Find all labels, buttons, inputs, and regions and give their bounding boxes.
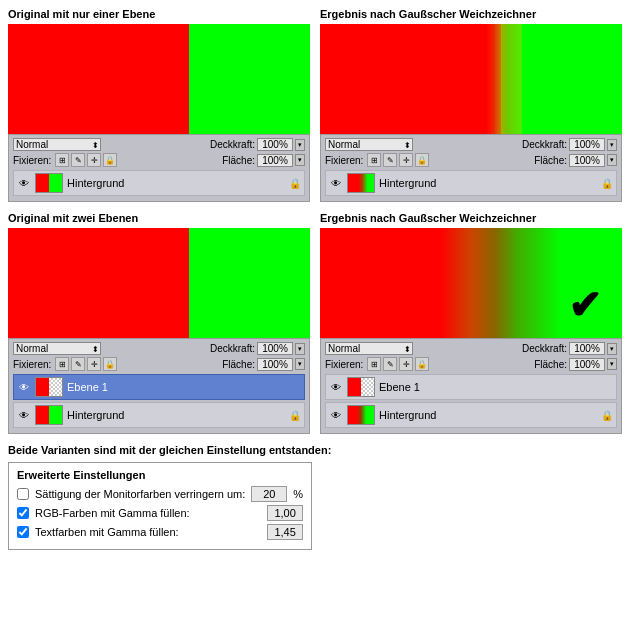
top-right-opacity-input[interactable]: 100% [569,138,605,151]
eye-icon-bl-2[interactable]: 👁 [17,408,31,422]
settings-title: Erweiterte Einstellungen [17,469,303,481]
settings-checkbox-3[interactable] [17,526,29,538]
bottom-right-fill-input[interactable]: 100% [569,358,605,371]
eye-icon-tr[interactable]: 👁 [329,176,343,190]
top-right-opacity-label: Deckkraft: [522,139,567,150]
top-left-canvas [8,24,310,134]
bottom-right-layer-panel: Normal Deckkraft: 100% ▾ Fixieren: ⊞ ✎ ✛… [320,338,622,434]
top-panels-row: Original mit nur einer Ebene Normal Deck… [8,8,622,202]
settings-checkbox-1[interactable] [17,488,29,500]
bottom-left-blend-select[interactable]: Normal [13,342,101,355]
bottom-left-layer-hintergrund[interactable]: 👁 Hintergrund 🔒 [13,402,305,428]
settings-label-1: Sättigung der Monitorfarben verringern u… [35,488,245,500]
top-left-blend-select[interactable]: Normal [13,138,101,151]
bottom-right-opacity-input[interactable]: 100% [569,342,605,355]
fix-icon-move[interactable]: ✛ [87,153,101,167]
top-right-fix-row: Fixieren: ⊞ ✎ ✛ 🔒 Fläche: 100% ▾ [325,153,617,167]
bottom-right-fix-row: Fixieren: ⊞ ✎ ✛ 🔒 Fläche: 100% ▾ [325,357,617,371]
thumb-visual-bl-2 [36,406,62,424]
settings-label-2: RGB-Farben mit Gamma füllen: [35,507,261,519]
fix-icon-move-tr[interactable]: ✛ [399,153,413,167]
layer-name-hintergrund-bl: Hintergrund [67,409,285,421]
bottom-right-fix-icons: ⊞ ✎ ✛ 🔒 [367,357,429,371]
eye-icon-br-1[interactable]: 👁 [329,380,343,394]
bottom-left-opacity-arrow[interactable]: ▾ [295,343,305,355]
bottom-right-opacity-arrow[interactable]: ▾ [607,343,617,355]
bottom-left-fill-input[interactable]: 100% [257,358,293,371]
top-left-opacity-arrow[interactable]: ▾ [295,139,305,151]
bottom-left-fill-group: Fläche: 100% ▾ [222,358,305,371]
layer-thumb-hintergrund-tl [35,173,63,193]
top-left-layer-hintergrund[interactable]: 👁 Hintergrund 🔒 [13,170,305,196]
blur-middle [486,24,522,134]
layer-thumb-ebene1-bl [35,377,63,397]
top-right-fill-input[interactable]: 100% [569,154,605,167]
top-right-layer-hintergrund[interactable]: 👁 Hintergrund 🔒 [325,170,617,196]
settings-label-3: Textfarben mit Gamma füllen: [35,526,261,538]
fix-icon-brush-br[interactable]: ✎ [383,357,397,371]
bottom-right-canvas: ✔ [320,228,622,338]
bottom-left-layer-ebene1[interactable]: 👁 Ebene 1 [13,374,305,400]
bottom-right-opacity-group: Deckkraft: 100% ▾ [522,342,617,355]
fix-icon-grid-tr[interactable]: ⊞ [367,153,381,167]
top-right-canvas [320,24,622,134]
bottom-right-layer-hintergrund[interactable]: 👁 Hintergrund 🔒 [325,402,617,428]
layer-thumb-ebene1-br [347,377,375,397]
fix-icon-lock-bl[interactable]: 🔒 [103,357,117,371]
top-left-fill-label: Fläche: [222,155,255,166]
fix-icon-grid-br[interactable]: ⊞ [367,357,381,371]
top-right-opacity-arrow[interactable]: ▾ [607,139,617,151]
top-left-blend-wrap[interactable]: Normal [13,138,101,151]
bottom-right-fill-arrow[interactable]: ▾ [607,358,617,370]
fix-icon-brush-bl[interactable]: ✎ [71,357,85,371]
top-right-blend-select[interactable]: Normal [325,138,413,151]
bottom-left-fill-arrow[interactable]: ▾ [295,358,305,370]
layer-name-ebene1-br: Ebene 1 [379,381,613,393]
bottom-right-layer-ebene1[interactable]: 👁 Ebene 1 [325,374,617,400]
fix-icon-grid-bl[interactable]: ⊞ [55,357,69,371]
top-left-fill-input[interactable]: 100% [257,154,293,167]
bottom-right-panel: Ergebnis nach Gaußscher Weichzeichner ✔ … [320,212,622,434]
top-right-blend-wrap[interactable]: Normal [325,138,413,151]
bottom-left-fix-row: Fixieren: ⊞ ✎ ✛ 🔒 Fläche: 100% ▾ [13,357,305,371]
bottom-right-fix-label: Fixieren: [325,359,363,370]
fix-icon-brush-tr[interactable]: ✎ [383,153,397,167]
thumb-visual-tr [348,174,374,192]
bottom-right-opacity-label: Deckkraft: [522,343,567,354]
bottom-left-fix-icons: ⊞ ✎ ✛ 🔒 [55,357,117,371]
settings-row-2: RGB-Farben mit Gamma füllen: 1,00 [17,505,303,521]
top-right-blend-row: Normal Deckkraft: 100% ▾ [325,138,617,151]
fix-icon-lock-br[interactable]: 🔒 [415,357,429,371]
top-left-layer-panel: Normal Deckkraft: 100% ▾ Fixieren: ⊞ ✎ ✛… [8,134,310,202]
top-left-fill-arrow[interactable]: ▾ [295,154,305,166]
bottom-right-blend-select[interactable]: Normal [325,342,413,355]
settings-checkbox-2[interactable] [17,507,29,519]
settings-value-3[interactable]: 1,45 [267,524,303,540]
fix-icon-lock[interactable]: 🔒 [103,153,117,167]
bottom-left-opacity-group: Deckkraft: 100% ▾ [210,342,305,355]
fix-icon-move-bl[interactable]: ✛ [87,357,101,371]
fix-icon-lock-tr[interactable]: 🔒 [415,153,429,167]
bottom-right-title: Ergebnis nach Gaußscher Weichzeichner [320,212,622,224]
bottom-right-fill-label: Fläche: [534,359,567,370]
top-right-fill-arrow[interactable]: ▾ [607,154,617,166]
bottom-left-blend-wrap[interactable]: Normal [13,342,101,355]
fix-icon-grid[interactable]: ⊞ [55,153,69,167]
eye-icon[interactable]: 👁 [17,176,31,190]
thumb-visual-br-1 [348,378,374,396]
top-left-fix-row: Fixieren: ⊞ ✎ ✛ 🔒 Fläche: 100% ▾ [13,153,305,167]
settings-value-1[interactable]: 20 [251,486,287,502]
bottom-left-fill-label: Fläche: [222,359,255,370]
fix-icon-move-br[interactable]: ✛ [399,357,413,371]
top-left-fill-group: Fläche: 100% ▾ [222,154,305,167]
bottom-right-blend-wrap[interactable]: Normal [325,342,413,355]
fix-icon-brush[interactable]: ✎ [71,153,85,167]
eye-icon-bl-1[interactable]: 👁 [17,380,31,394]
bottom-description: Beide Varianten sind mit der gleichen Ei… [8,444,622,456]
top-left-opacity-input[interactable]: 100% [257,138,293,151]
settings-value-2[interactable]: 1,00 [267,505,303,521]
bottom-left-blend-row: Normal Deckkraft: 100% ▾ [13,342,305,355]
bottom-right-blend-row: Normal Deckkraft: 100% ▾ [325,342,617,355]
eye-icon-br-2[interactable]: 👁 [329,408,343,422]
bottom-left-opacity-input[interactable]: 100% [257,342,293,355]
